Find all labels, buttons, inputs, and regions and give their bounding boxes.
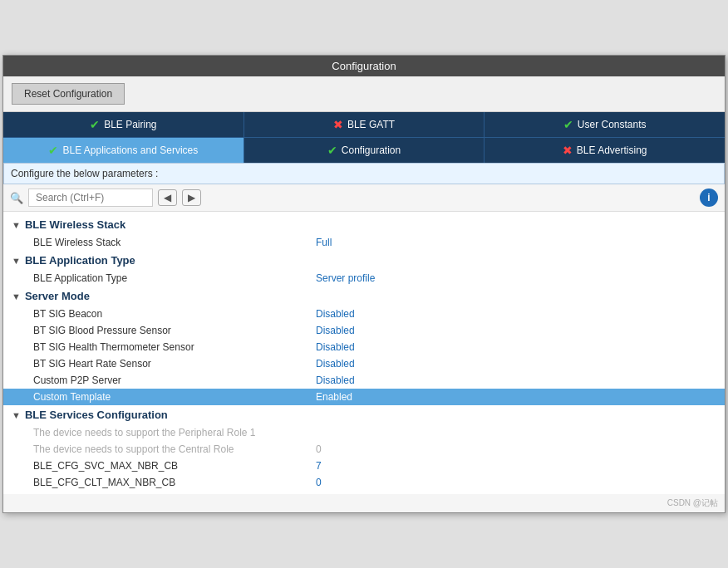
param-ble-wireless-stack: BLE Wireless Stack Full (3, 234, 725, 251)
param-custom-template[interactable]: Custom Template Enabled (3, 389, 725, 405)
prev-button[interactable]: ◀ (158, 189, 177, 206)
search-input[interactable] (28, 189, 153, 207)
param-bt-sig-beacon: BT SIG Beacon Disabled (3, 306, 725, 322)
param-value: Disabled (316, 308, 716, 320)
tab-ble-pairing-label: BLE Pairing (104, 119, 156, 130)
tab-ble-apps-label: BLE Applications and Services (62, 144, 198, 156)
param-value: Enabled (316, 391, 716, 403)
tab-ble-gatt-label: BLE GATT (347, 119, 395, 130)
chevron-down-icon: ▼ (12, 220, 21, 230)
tab-ble-apps[interactable]: ✔ BLE Applications and Services (3, 138, 244, 163)
param-central-role: The device needs to support the Central … (3, 441, 725, 458)
chevron-down-icon: ▼ (12, 291, 21, 301)
param-name: The device needs to support the Peripher… (33, 427, 316, 438)
ok-icon: ✔ (48, 144, 58, 157)
param-bt-sig-blood-pressure: BT SIG Blood Pressure Sensor Disabled (3, 322, 725, 339)
chevron-down-icon: ▼ (12, 256, 21, 266)
search-bar: 🔍 ◀ ▶ i (3, 184, 725, 212)
section-server-mode-label: Server Mode (25, 290, 90, 302)
param-name: Custom P2P Server (33, 375, 316, 386)
ok-icon: ✔ (563, 118, 573, 131)
tab-configuration[interactable]: ✔ Configuration (244, 138, 485, 163)
param-name: BLE_CFG_SVC_MAX_NBR_CB (33, 460, 316, 472)
err-icon: ✖ (333, 118, 343, 131)
param-ble-cfg-clt-max-nbr-cb: BLE_CFG_CLT_MAX_NBR_CB 0 (3, 474, 725, 491)
main-window: Configuration Reset Configuration ✔ BLE … (2, 55, 726, 513)
section-ble-services-config-label: BLE Services Configuration (25, 409, 168, 421)
param-name: BT SIG Heart Rate Sensor (33, 358, 316, 370)
param-name: Custom Template (33, 391, 316, 403)
tab-configuration-label: Configuration (342, 144, 401, 156)
section-ble-wireless-stack[interactable]: ▼ BLE Wireless Stack (3, 215, 725, 234)
param-name: The device needs to support the Central … (33, 443, 316, 455)
tab-ble-advertising-label: BLE Advertising (577, 144, 647, 156)
section-server-mode[interactable]: ▼ Server Mode (3, 286, 725, 306)
param-value: 0 (316, 477, 716, 488)
param-name: BT SIG Health Thermometer Sensor (33, 341, 316, 353)
reset-configuration-button[interactable]: Reset Configuration (12, 83, 125, 105)
section-ble-application-type[interactable]: ▼ BLE Application Type (3, 251, 725, 270)
param-name: BT SIG Beacon (33, 308, 316, 320)
err-icon: ✖ (563, 144, 573, 157)
section-ble-wireless-stack-label: BLE Wireless Stack (25, 218, 125, 231)
param-name: BLE Application Type (33, 272, 316, 284)
param-ble-cfg-svc-max-nbr-cb: BLE_CFG_SVC_MAX_NBR_CB 7 (3, 458, 725, 474)
title-bar: Configuration (3, 56, 725, 76)
param-name: BLE Wireless Stack (33, 237, 316, 248)
chevron-down-icon: ▼ (12, 410, 21, 420)
tab-ble-pairing[interactable]: ✔ BLE Pairing (3, 112, 244, 137)
tab-ble-advertising[interactable]: ✖ BLE Advertising (485, 138, 725, 163)
param-value: 7 (316, 460, 716, 472)
param-peripheral-role: The device needs to support the Peripher… (3, 424, 725, 441)
tab-user-constants[interactable]: ✔ User Constants (485, 112, 725, 137)
content-area: ▼ BLE Wireless Stack BLE Wireless Stack … (3, 212, 725, 494)
param-bt-sig-heart-rate: BT SIG Heart Rate Sensor Disabled (3, 355, 725, 372)
tab-ble-gatt[interactable]: ✖ BLE GATT (244, 112, 485, 137)
tabs-row-1: ✔ BLE Pairing ✖ BLE GATT ✔ User Constant… (3, 112, 725, 137)
param-value: Full (316, 237, 716, 248)
window-title: Configuration (332, 60, 396, 72)
param-value: 0 (316, 443, 716, 455)
toolbar: Reset Configuration (3, 76, 725, 112)
ok-icon: ✔ (327, 144, 337, 157)
param-ble-application-type: BLE Application Type Server profile (3, 270, 725, 286)
tabs-row-2: ✔ BLE Applications and Services ✔ Config… (3, 137, 725, 163)
param-value: Server profile (316, 272, 716, 284)
param-bt-sig-health-thermometer: BT SIG Health Thermometer Sensor Disable… (3, 339, 725, 355)
config-notice: Configure the below parameters : (3, 163, 725, 184)
param-name: BLE_CFG_CLT_MAX_NBR_CB (33, 477, 316, 488)
param-value: Disabled (316, 375, 716, 386)
info-button[interactable]: i (700, 189, 718, 207)
param-value: Disabled (316, 341, 716, 353)
param-custom-p2p-server: Custom P2P Server Disabled (3, 372, 725, 389)
ok-icon: ✔ (90, 118, 100, 131)
param-name: BT SIG Blood Pressure Sensor (33, 325, 316, 336)
tab-user-constants-label: User Constants (578, 119, 647, 130)
watermark: CSDN @记帖 (3, 494, 725, 512)
param-value: Disabled (316, 358, 716, 370)
section-ble-services-config[interactable]: ▼ BLE Services Configuration (3, 405, 725, 424)
next-button[interactable]: ▶ (182, 189, 201, 206)
param-value: Disabled (316, 325, 716, 336)
search-icon: 🔍 (10, 192, 23, 204)
section-ble-application-type-label: BLE Application Type (25, 254, 135, 267)
